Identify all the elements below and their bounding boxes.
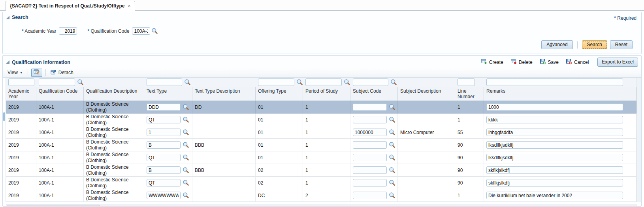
- cell-text-text_type_description: DD: [195, 104, 201, 110]
- academic-year-field[interactable]: [59, 27, 77, 35]
- row-input-subject_code[interactable]: [353, 116, 387, 123]
- column-header-qualification_description[interactable]: Qualification Description: [84, 87, 144, 101]
- filter-lookup-icon-offering_type[interactable]: [296, 79, 303, 86]
- row-lookup-icon-subject_code[interactable]: [389, 104, 395, 110]
- row-lookup-icon-text_type[interactable]: [183, 116, 189, 123]
- row-input-text_type[interactable]: [147, 192, 181, 199]
- column-header-offering_type[interactable]: Offering Type: [256, 87, 303, 101]
- row-lookup-icon-subject_code[interactable]: [389, 167, 395, 173]
- collapse-triangle-icon[interactable]: [6, 16, 9, 19]
- table-row[interactable]: 2019100A-1B Domestic Science (Clothing)B…: [6, 164, 636, 177]
- row-input-text_type[interactable]: [147, 116, 181, 123]
- row-input-text_type[interactable]: [147, 103, 181, 111]
- column-header-period_of_study[interactable]: Period of Study: [303, 87, 350, 101]
- save-button[interactable]: Save: [540, 58, 559, 66]
- row-input-subject_code[interactable]: [353, 192, 387, 199]
- row-input-text_type[interactable]: [147, 166, 181, 174]
- table-row[interactable]: 2019100A-1B Domestic Science (Clothing)0…: [6, 177, 636, 189]
- row-lookup-icon-text_type[interactable]: [183, 129, 189, 136]
- cell-remarks: [484, 139, 636, 151]
- filter-input-remarks[interactable]: [486, 78, 623, 86]
- filter-lookup-icon-qualification_code[interactable]: [77, 79, 84, 86]
- row-lookup-icon-subject_code[interactable]: [389, 154, 395, 161]
- column-header-subject_description[interactable]: Subject Description: [398, 87, 455, 101]
- reset-button[interactable]: Reset: [610, 40, 633, 49]
- table-row[interactable]: 2019100A-1B Domestic Science (Clothing)B…: [6, 139, 636, 151]
- table-row[interactable]: 2019100A-1B Domestic Science (Clothing)D…: [6, 189, 636, 202]
- filter-input-offering_type[interactable]: [258, 78, 294, 86]
- column-header-text_type_description[interactable]: Text Type Description: [192, 87, 256, 101]
- filter-input-qualification_code[interactable]: [39, 78, 75, 86]
- tab-close-icon[interactable]: ×: [128, 3, 130, 9]
- table-row[interactable]: 2019100A-1B Domestic Science (Clothing)D…: [6, 101, 636, 114]
- advanced-button[interactable]: Advanced: [541, 40, 572, 49]
- row-input-subject_code[interactable]: [353, 179, 387, 186]
- row-input-subject_code[interactable]: [353, 141, 387, 149]
- row-lookup-icon-subject_code[interactable]: [389, 142, 395, 148]
- row-lookup-icon-text_type[interactable]: [183, 179, 189, 186]
- cancel-button[interactable]: Cancel: [566, 58, 589, 66]
- row-input-remarks[interactable]: [486, 129, 623, 136]
- filter-input-subject_code[interactable]: [353, 78, 388, 86]
- tab-active[interactable]: {SACADT-2} Text in Respect of Qual./Stud…: [6, 1, 135, 11]
- horizontal-scrollbar[interactable]: [6, 204, 636, 207]
- row-input-remarks[interactable]: [486, 141, 623, 149]
- collapse-triangle-icon[interactable]: [6, 60, 9, 64]
- column-header-line_number[interactable]: Line Number: [455, 87, 484, 101]
- column-header-subject_code[interactable]: Subject Code: [350, 87, 398, 101]
- filter-lookup-icon-period_of_study[interactable]: [344, 79, 350, 86]
- row-input-text_type[interactable]: [147, 179, 181, 186]
- row-input-remarks[interactable]: [486, 103, 623, 111]
- row-input-remarks[interactable]: [486, 179, 623, 186]
- row-input-text_type[interactable]: [147, 141, 181, 149]
- row-lookup-icon-subject_code[interactable]: [389, 116, 395, 123]
- column-header-academic_year[interactable]: Academic Year: [6, 87, 36, 101]
- qualification-code-field[interactable]: [132, 27, 150, 35]
- filter-lookup-icon-subject_code[interactable]: [390, 79, 397, 86]
- filter-input-academic_year[interactable]: [8, 78, 34, 86]
- create-button[interactable]: Create: [481, 58, 503, 66]
- view-menu-button[interactable]: View ▼: [6, 69, 24, 76]
- row-input-subject_code[interactable]: [353, 154, 387, 161]
- table-row[interactable]: 2019100A-1B Domestic Science (Clothing)0…: [6, 126, 636, 139]
- column-header-text_type[interactable]: Text Type: [144, 87, 192, 101]
- row-lookup-icon-subject_code[interactable]: [389, 179, 395, 186]
- row-input-subject_code[interactable]: [353, 166, 387, 174]
- row-input-text_type[interactable]: [147, 154, 181, 161]
- table-row[interactable]: 2019100A-1B Domestic Science (Clothing)0…: [6, 151, 636, 164]
- row-input-remarks[interactable]: [486, 192, 623, 199]
- filter-input-period_of_study[interactable]: [305, 78, 342, 86]
- filter-input-line_number[interactable]: [458, 78, 475, 86]
- row-lookup-icon-subject_code[interactable]: [389, 192, 395, 199]
- filter-input-text_type[interactable]: [147, 78, 182, 86]
- export-to-excel-button[interactable]: Export to Excel: [597, 58, 638, 67]
- row-lookup-icon-text_type[interactable]: [183, 167, 189, 173]
- detach-button[interactable]: Detach: [49, 69, 75, 77]
- filter-lookup-icon-text_type[interactable]: [184, 79, 191, 86]
- row-lookup-icon-text_type[interactable]: [183, 142, 189, 148]
- row-input-text_type[interactable]: [147, 129, 181, 136]
- row-input-remarks[interactable]: [486, 116, 623, 123]
- row-input-remarks[interactable]: [486, 154, 623, 161]
- column-header-remarks[interactable]: Remarks: [484, 87, 636, 101]
- row-lookup-icon-text_type[interactable]: [183, 192, 189, 199]
- table-row[interactable]: 2019100A-1B Domestic Science (Clothing)0…: [6, 114, 636, 126]
- row-lookup-icon-text_type[interactable]: [183, 104, 189, 110]
- column-header-qualification_code[interactable]: Qualification Code: [36, 87, 84, 101]
- horizontal-scrollbar-thumb[interactable]: [7, 205, 100, 207]
- row-input-subject_code[interactable]: [353, 103, 387, 111]
- cell-text_type_description: [192, 151, 256, 164]
- qualification-code-lookup-icon[interactable]: [151, 28, 158, 34]
- left-scrollbar[interactable]: [3, 78, 6, 202]
- left-scrollbar-thumb[interactable]: [3, 112, 5, 121]
- vertical-scrollbar[interactable]: [636, 78, 641, 202]
- cell-subject_code: [350, 177, 398, 189]
- row-lookup-icon-text_type[interactable]: [183, 154, 189, 161]
- delete-button[interactable]: Delete: [510, 58, 533, 66]
- row-lookup-icon-subject_code[interactable]: [389, 129, 395, 136]
- search-button[interactable]: Search: [582, 40, 607, 49]
- cell-text_type: [144, 126, 192, 139]
- row-input-subject_code[interactable]: [353, 129, 387, 136]
- row-input-remarks[interactable]: [486, 166, 623, 174]
- query-by-example-toggle[interactable]: [31, 69, 42, 77]
